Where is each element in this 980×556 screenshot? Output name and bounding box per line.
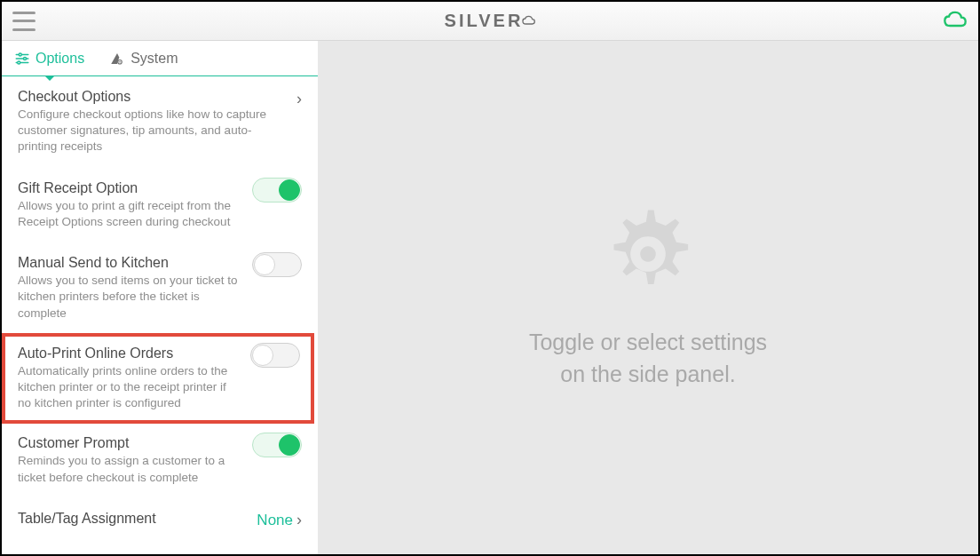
placeholder-line1: Toggle or select settings <box>529 326 767 358</box>
toggle-manual-send-kitchen[interactable] <box>252 252 302 277</box>
tab-options-label: Options <box>36 51 84 67</box>
setting-desc: Automatically prints online orders to th… <box>18 363 241 412</box>
setting-desc: Allows you to print a gift receipt from … <box>18 198 243 230</box>
setting-toggle-wrap <box>252 255 302 274</box>
toggle-knob <box>254 254 275 275</box>
tab-options[interactable]: Options <box>2 41 97 75</box>
toggle-customer-prompt[interactable] <box>252 433 302 457</box>
toggle-knob <box>252 345 273 366</box>
setting-text: Customer PromptReminds you to assign a c… <box>18 435 243 485</box>
placeholder-line2: on the side panel. <box>529 358 767 390</box>
main-placeholder: Toggle or select settings on the side pa… <box>318 41 978 554</box>
setting-manual-send-kitchen[interactable]: Manual Send to KitchenAllows you to send… <box>2 242 318 334</box>
toggle-gift-receipt[interactable] <box>252 178 302 203</box>
setting-checkout-options[interactable]: Checkout OptionsConfigure checkout optio… <box>2 76 318 168</box>
body: Options System Checkout OptionsConfigure… <box>2 41 978 554</box>
system-icon <box>109 51 125 67</box>
header: SILVER <box>2 2 978 41</box>
toggle-auto-print-online[interactable] <box>250 343 300 368</box>
setting-desc: Configure checkout options like how to c… <box>18 107 288 155</box>
setting-customer-prompt[interactable]: Customer PromptReminds you to assign a c… <box>2 423 318 497</box>
tab-bar: Options System <box>2 41 318 76</box>
svg-point-5 <box>18 61 20 64</box>
chevron-right-icon: › <box>296 89 302 108</box>
hamburger-menu-button[interactable] <box>12 12 36 31</box>
setting-title: Customer Prompt <box>18 435 243 451</box>
setting-text: Gift Receipt OptionAllows you to print a… <box>18 180 243 230</box>
setting-text: Table/Tag Assignment <box>18 511 248 528</box>
chevron-right-icon[interactable]: › <box>296 511 302 529</box>
setting-toggle-wrap <box>250 346 300 365</box>
sync-cloud-icon[interactable] <box>943 11 968 32</box>
setting-text: Manual Send to KitchenAllows you to send… <box>18 255 243 322</box>
tab-system-label: System <box>130 51 178 67</box>
setting-table-tag-assignment[interactable]: Table/Tag AssignmentNone› <box>2 498 318 543</box>
setting-title: Manual Send to Kitchen <box>18 255 243 271</box>
app-frame: SILVER <box>0 0 980 556</box>
tab-system[interactable]: System <box>97 41 190 75</box>
brand-text: SILVER <box>445 11 524 31</box>
chevron-right-icon[interactable]: › <box>296 90 302 108</box>
svg-point-1 <box>19 53 21 56</box>
svg-point-3 <box>24 57 27 60</box>
svg-point-7 <box>119 61 121 63</box>
setting-toggle-wrap <box>252 180 302 200</box>
side-panel: Options System Checkout OptionsConfigure… <box>2 41 318 554</box>
gear-icon <box>599 205 697 303</box>
setting-desc: Allows you to send items on your ticket … <box>18 273 243 322</box>
setting-text: Auto-Print Online OrdersAutomatically pr… <box>18 346 241 412</box>
setting-value-wrap: None› <box>257 511 302 530</box>
sliders-icon <box>14 51 30 67</box>
brand-cloud-icon <box>521 11 535 31</box>
toggle-knob <box>279 434 300 456</box>
settings-list[interactable]: Checkout OptionsConfigure checkout optio… <box>2 76 318 554</box>
setting-title: Checkout Options <box>18 89 288 105</box>
setting-text: Checkout OptionsConfigure checkout optio… <box>18 89 288 155</box>
setting-auto-print-online[interactable]: Auto-Print Online OrdersAutomatically pr… <box>2 333 314 425</box>
setting-value: None <box>257 512 293 529</box>
placeholder-text: Toggle or select settings on the side pa… <box>529 326 767 391</box>
setting-title: Table/Tag Assignment <box>18 511 248 527</box>
setting-desc: Reminds you to assign a customer to a ti… <box>18 453 243 485</box>
setting-gift-receipt[interactable]: Gift Receipt OptionAllows you to print a… <box>2 168 318 242</box>
toggle-knob <box>279 179 300 201</box>
setting-toggle-wrap <box>252 435 302 455</box>
setting-title: Gift Receipt Option <box>18 180 243 196</box>
setting-title: Auto-Print Online Orders <box>18 346 241 361</box>
brand-logo: SILVER <box>445 11 536 31</box>
